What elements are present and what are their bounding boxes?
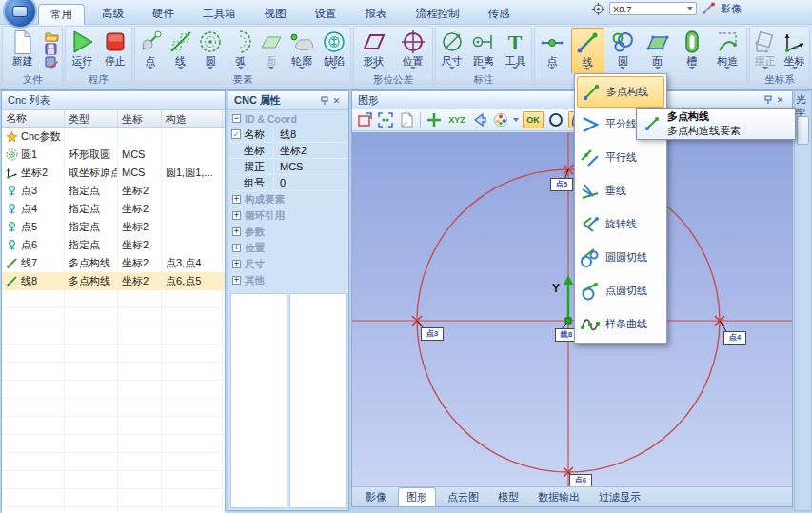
column-type[interactable]: 类型 — [65, 110, 118, 127]
tab-image-view[interactable]: 影像 — [358, 488, 394, 506]
section-id-coord[interactable]: ID & Coord — [228, 110, 348, 127]
circle-outline-icon[interactable] — [547, 111, 564, 128]
open-file-button[interactable] — [45, 30, 59, 42]
construct-slot-button[interactable]: 槽 — [676, 28, 707, 75]
save-button[interactable] — [45, 43, 59, 55]
side-strip-button[interactable] — [797, 116, 809, 145]
menu-item-point-circle-tangent[interactable]: 点圆切线 — [577, 274, 664, 307]
construct-line-button[interactable]: 线 — [571, 28, 604, 75]
section-params[interactable]: 参数 — [228, 224, 348, 240]
menu-item-perpendicular-line[interactable]: 垂线 — [577, 174, 664, 207]
tab-sensor[interactable]: 传感 — [477, 4, 522, 25]
point3-label[interactable]: 点3 — [421, 327, 444, 341]
coord-value[interactable]: 坐标2 — [274, 144, 348, 158]
section-loop-ref[interactable]: 循环引用 — [228, 207, 348, 224]
tab-view[interactable]: 视图 — [253, 4, 298, 25]
table-row-point5[interactable]: 点5 指定点 坐标2 — [2, 218, 225, 236]
section-other[interactable]: 其他 — [228, 272, 348, 288]
tab-toolbox[interactable]: 工具箱 — [191, 4, 248, 25]
construct-generic-button[interactable]: 构造 — [710, 28, 744, 75]
property-row-name[interactable]: 名称 线8 — [228, 127, 348, 143]
tab-graphics-view[interactable]: 图形 — [398, 487, 436, 506]
table-row-point6[interactable]: 点6 指定点 坐标2 — [2, 236, 225, 254]
dimension-button[interactable]: 尺寸 — [437, 28, 467, 75]
feature-plane-button[interactable]: 面 — [256, 28, 286, 75]
new-button[interactable]: 新建 — [6, 28, 40, 75]
expand-icon[interactable] — [232, 260, 241, 268]
point4-label[interactable]: 点4 — [723, 331, 746, 345]
name-checkbox[interactable] — [231, 129, 241, 139]
tab-filter-display[interactable]: 过滤显示 — [591, 488, 648, 506]
menu-item-rotated-line[interactable]: 旋转线 — [577, 207, 664, 241]
close-icon[interactable]: ✕ — [774, 94, 786, 107]
expand-icon[interactable] — [232, 276, 241, 285]
column-name[interactable]: 名称 — [2, 110, 65, 127]
expand-icon[interactable] — [232, 211, 241, 220]
align-value[interactable]: MCS — [274, 161, 348, 172]
menu-item-circle-circle-tangent[interactable]: 圆圆切线 — [577, 241, 664, 274]
property-row-group[interactable]: 组号 0 — [228, 175, 348, 191]
table-row-point4[interactable]: 点4 指定点 坐标2 — [2, 200, 225, 218]
construct-plane-button[interactable]: 面 — [642, 28, 673, 75]
tool-button[interactable]: T 工具 — [500, 28, 530, 75]
table-row-line8-selected[interactable]: 线8 多点构线 坐标2 点6,点5 — [2, 272, 225, 290]
column-coord[interactable]: 坐标 — [118, 110, 162, 127]
tab-model-view[interactable]: 模型 — [490, 488, 526, 506]
save-as-button[interactable] — [45, 56, 59, 69]
construct-circle-button[interactable]: 圆 — [607, 28, 639, 75]
property-row-align[interactable]: 摆正 MCS — [228, 159, 348, 175]
tab-flow-control[interactable]: 流程控制 — [405, 4, 471, 25]
group-value[interactable]: 0 — [274, 177, 348, 188]
graphics-viewport[interactable]: Y 点3 点4 点5 点6 线8 — [352, 132, 792, 488]
coordinate-button[interactable]: 坐标 — [781, 28, 809, 75]
run-button[interactable]: 运行 — [67, 28, 98, 75]
tab-settings[interactable]: 设置 — [304, 4, 348, 25]
select-region-icon[interactable] — [356, 111, 373, 128]
distance-button[interactable]: 距离 — [468, 28, 499, 75]
tab-report[interactable]: 报表 — [354, 4, 399, 25]
tab-common[interactable]: 常用 — [38, 4, 85, 25]
table-row-cnc-params[interactable]: Cnc参数 — [2, 128, 225, 146]
xyz-icon[interactable]: XYZ — [446, 111, 467, 128]
pin-icon[interactable] — [762, 94, 774, 107]
collapse-icon[interactable] — [232, 114, 241, 123]
feature-line-button[interactable]: 线 — [166, 28, 195, 75]
pen-icon[interactable] — [702, 2, 716, 15]
tab-pointcloud-view[interactable]: 点云图 — [440, 488, 486, 506]
table-row-point3[interactable]: 点3 指定点 坐标2 — [2, 182, 225, 200]
ok-button[interactable]: OK — [523, 111, 544, 128]
feature-defect-button[interactable]: 缺陷 — [319, 28, 350, 75]
menu-item-multipoint-line[interactable]: 多点构线 — [577, 76, 664, 108]
tab-advanced[interactable]: 高级 — [90, 4, 135, 25]
color-wheel-icon[interactable] — [492, 111, 509, 128]
table-row-line7[interactable]: 线7 多点构线 坐标2 点3,点4 — [2, 254, 225, 272]
menu-item-parallel-line[interactable]: 平行线 — [577, 141, 664, 174]
section-position[interactable]: 位置 — [228, 240, 348, 256]
page-flip-icon[interactable] — [398, 111, 415, 128]
tab-hardware[interactable]: 硬件 — [141, 4, 186, 25]
expand-icon[interactable] — [232, 227, 241, 236]
table-row-coord2[interactable]: 坐标2 取坐标原点 MCS 圆1,圆1,... — [2, 164, 225, 182]
pin-icon[interactable] — [318, 94, 330, 107]
feature-contour-button[interactable]: 轮廓 — [287, 28, 318, 75]
point6-label[interactable]: 点6 — [569, 474, 592, 487]
back-arrow-icon[interactable] — [471, 111, 488, 128]
column-construct[interactable]: 构造 — [162, 110, 223, 127]
align-button[interactable]: 摆正 — [751, 28, 780, 75]
feature-arc-button[interactable]: 弧 — [226, 28, 255, 75]
construct-point-button[interactable]: 点 — [537, 28, 568, 75]
menu-item-spline-curve[interactable]: 样条曲线 — [577, 307, 664, 341]
table-row-circle1[interactable]: 圆1 环形取圆 MCS — [2, 146, 225, 164]
point5-label[interactable]: 点5 — [550, 178, 573, 191]
add-icon[interactable] — [426, 111, 443, 128]
fit-view-icon[interactable] — [377, 111, 394, 128]
tab-data-output[interactable]: 数据输出 — [530, 488, 587, 506]
expand-icon[interactable] — [232, 195, 241, 204]
position-tolerance-button[interactable]: 位置 — [395, 28, 431, 75]
property-row-coord[interactable]: 坐标 坐标2 — [228, 143, 348, 159]
close-icon[interactable]: ✕ — [330, 94, 343, 107]
chevron-down-icon[interactable] — [513, 118, 519, 125]
optics-side-tab[interactable]: 光学 — [794, 90, 812, 511]
expand-icon[interactable] — [232, 244, 241, 252]
lens-zoom-select[interactable]: X0.7 — [609, 2, 697, 15]
